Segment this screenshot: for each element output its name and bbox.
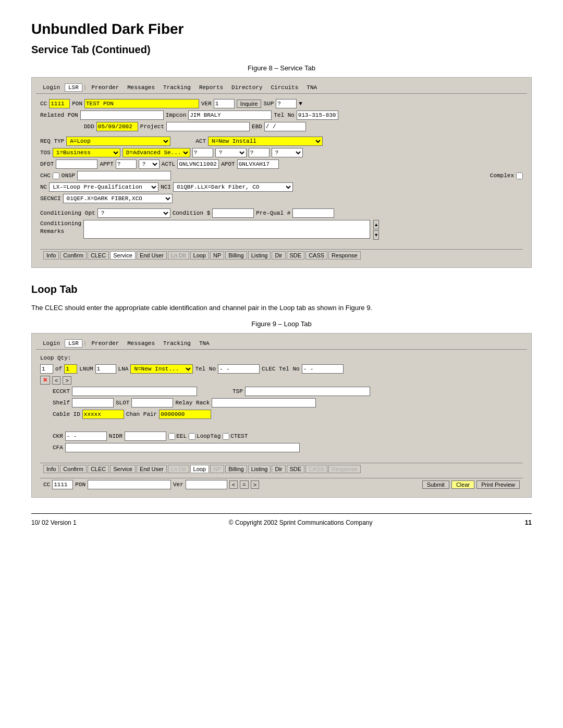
ver-input[interactable] xyxy=(214,99,235,108)
bottom-eq-btn[interactable]: = xyxy=(240,480,248,489)
loop-num-input[interactable] xyxy=(40,364,53,374)
loop-tab-clec[interactable]: CLEC xyxy=(88,465,109,473)
impcon-input[interactable] xyxy=(188,110,272,120)
cond-dollar-input[interactable] xyxy=(212,208,254,218)
menu-preorder[interactable]: Preorder xyxy=(88,83,123,92)
loop-tab-end-user[interactable]: End User xyxy=(137,465,167,473)
menu-tna[interactable]: TNA xyxy=(303,83,321,92)
loop-menu-preorder[interactable]: Preorder xyxy=(88,339,123,348)
tab-clec[interactable]: CLEC xyxy=(88,251,109,260)
loop-menu-tna[interactable]: TNA xyxy=(195,339,213,348)
menu-login[interactable]: Login xyxy=(39,83,64,92)
tab-end-user[interactable]: End User xyxy=(137,251,167,260)
tos-select4[interactable]: ? xyxy=(272,148,303,157)
menu-circuits[interactable]: Circuits xyxy=(267,83,302,92)
ddd-input[interactable] xyxy=(96,122,138,131)
bottom-next-btn[interactable]: > xyxy=(251,480,259,489)
tab-sde[interactable]: SDE xyxy=(287,251,305,260)
loop-tab-dir[interactable]: Dir xyxy=(272,465,285,473)
prev-btn[interactable]: < xyxy=(52,376,60,385)
bottom-prev-btn[interactable]: < xyxy=(229,480,238,489)
loop-menu-lsr[interactable]: LSR xyxy=(65,339,82,348)
clear-button[interactable]: Clear xyxy=(451,480,474,489)
loop-menu-tracking[interactable]: Tracking xyxy=(160,339,194,348)
ctest-checkbox[interactable] xyxy=(223,433,229,440)
related-pon-input[interactable] xyxy=(80,110,164,120)
tel-no-input[interactable] xyxy=(297,110,338,120)
menu-lsr[interactable]: LSR xyxy=(65,83,82,92)
loop-tab-cass[interactable]: CASS xyxy=(305,465,327,473)
loop-menu-login[interactable]: Login xyxy=(39,339,64,348)
tos-select2[interactable]: D=Advanced Se... xyxy=(123,148,190,157)
tos-input4[interactable] xyxy=(249,148,270,157)
apot-input[interactable] xyxy=(237,159,279,169)
remarks-scroll-down[interactable]: ▼ xyxy=(373,230,379,240)
loop-tab-confirm[interactable]: Confirm xyxy=(60,465,87,473)
loop-tab-info[interactable]: Info xyxy=(43,465,59,473)
nci-select[interactable]: 01QBF.LLX=Dark Fiber, CO xyxy=(173,182,293,192)
slot-input[interactable] xyxy=(131,398,173,408)
actl-input[interactable] xyxy=(177,159,219,169)
loop-tab-sde[interactable]: SDE xyxy=(287,465,305,473)
appt-input[interactable] xyxy=(116,159,137,169)
menu-messages[interactable]: Messages xyxy=(124,83,158,92)
loop-tab-listing[interactable]: Listing xyxy=(248,465,271,473)
chan-pair-input[interactable] xyxy=(159,410,211,419)
menu-directory[interactable]: Directory xyxy=(228,83,266,92)
dfdt-input[interactable] xyxy=(56,159,97,169)
lna-select[interactable]: N=New Inst... xyxy=(130,364,193,374)
lnum-input[interactable] xyxy=(95,364,116,374)
pre-qual-input[interactable] xyxy=(292,208,334,218)
tab-np[interactable]: NP xyxy=(210,251,224,260)
tos-select3[interactable]: ? xyxy=(215,148,247,157)
loop-cc-input[interactable] xyxy=(52,480,73,489)
project-input[interactable] xyxy=(166,122,250,131)
print-preview-button[interactable]: Print Preview xyxy=(476,480,520,489)
onsp-input[interactable] xyxy=(77,171,171,180)
secnci-select[interactable]: 01QEF.X=DARK FIBER,XCO xyxy=(63,194,173,203)
tos-input3[interactable] xyxy=(192,148,213,157)
looptag-checkbox[interactable] xyxy=(189,433,195,440)
cond-opt-select[interactable]: ? xyxy=(97,208,170,218)
tab-info[interactable]: Info xyxy=(43,251,59,260)
tsp-input[interactable] xyxy=(245,387,370,396)
cc-input[interactable] xyxy=(49,99,70,108)
shelf-input[interactable] xyxy=(72,398,114,408)
nc-select[interactable]: LX-=Loop Pre-Qualification xyxy=(49,182,158,192)
nidr-input[interactable] xyxy=(125,431,166,441)
tab-confirm[interactable]: Confirm xyxy=(60,251,87,260)
clec-tel-input[interactable] xyxy=(302,364,344,374)
menu-tracking[interactable]: Tracking xyxy=(160,83,194,92)
sup-input[interactable] xyxy=(276,99,297,108)
tab-cass[interactable]: CASS xyxy=(305,251,327,260)
loop-total-input[interactable] xyxy=(64,364,77,374)
menu-reports[interactable]: Reports xyxy=(195,83,227,92)
loop-tab-ln-dtl[interactable]: Ln Dtl xyxy=(168,465,189,473)
tab-service[interactable]: Service xyxy=(110,251,136,260)
delete-btn[interactable]: ✕ xyxy=(40,376,50,385)
relay-rack-input[interactable] xyxy=(212,398,316,408)
tab-listing[interactable]: Listing xyxy=(248,251,271,260)
loop-tab-response[interactable]: Response xyxy=(328,465,361,473)
req-typ-select[interactable]: A=Loop xyxy=(66,137,170,146)
ckr-input[interactable] xyxy=(65,431,107,441)
tab-dir[interactable]: Dir xyxy=(272,251,285,260)
appt-select[interactable]: ? xyxy=(139,159,160,169)
ebd-input[interactable] xyxy=(264,122,306,131)
eel-checkbox[interactable] xyxy=(168,433,175,440)
loop-menu-messages[interactable]: Messages xyxy=(124,339,158,348)
loop-tab-loop[interactable]: Loop xyxy=(190,465,209,473)
loop-tab-billing[interactable]: Billing xyxy=(225,465,247,473)
loop-ver-input[interactable] xyxy=(186,480,227,489)
chc-checkbox[interactable] xyxy=(53,172,59,179)
cond-remarks-textarea[interactable] xyxy=(83,220,370,239)
tab-loop[interactable]: Loop xyxy=(190,251,209,260)
tab-response[interactable]: Response xyxy=(328,251,361,260)
submit-button[interactable]: Submit xyxy=(422,480,449,489)
next-btn[interactable]: > xyxy=(63,376,71,385)
ecckt-input[interactable] xyxy=(72,387,197,396)
remarks-scroll-up[interactable]: ▲ xyxy=(373,220,379,229)
loop-tab-service[interactable]: Service xyxy=(110,465,136,473)
pon-input[interactable] xyxy=(84,99,199,108)
tab-billing[interactable]: Billing xyxy=(225,251,247,260)
